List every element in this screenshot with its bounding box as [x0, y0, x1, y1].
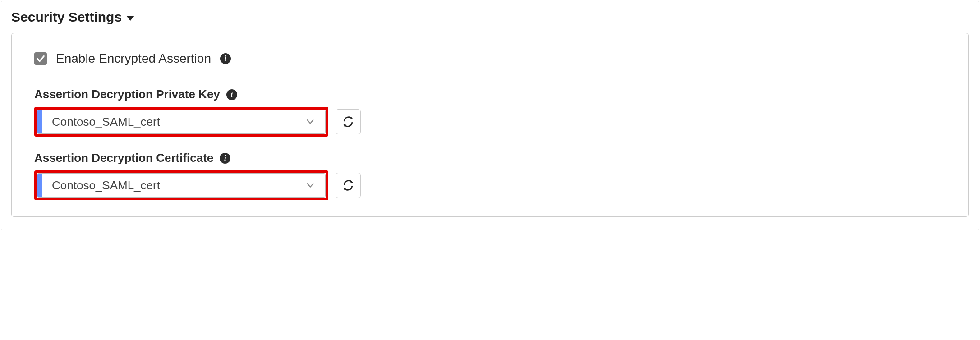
private-key-field: Assertion Decryption Private Key i Conto…	[34, 87, 946, 137]
select-accent	[37, 110, 42, 133]
check-icon	[36, 54, 46, 64]
certificate-refresh-button[interactable]	[336, 173, 361, 198]
info-icon[interactable]: i	[220, 153, 230, 164]
security-settings-panel: Enable Encrypted Assertion i Assertion D…	[11, 33, 969, 217]
chevron-down-icon	[305, 117, 325, 127]
chevron-down-icon	[305, 180, 325, 190]
private-key-value: Contoso_SAML_cert	[42, 115, 305, 129]
caret-down-icon	[126, 16, 134, 21]
section-title: Security Settings	[11, 9, 122, 25]
info-icon[interactable]: i	[220, 53, 231, 64]
security-settings-section: Security Settings Enable Encrypted Asser…	[1, 1, 979, 230]
certificate-field: Assertion Decryption Certificate i Conto…	[34, 151, 946, 200]
private-key-refresh-button[interactable]	[336, 109, 361, 134]
certificate-select-highlight: Contoso_SAML_cert	[34, 170, 328, 200]
private-key-label: Assertion Decryption Private Key	[34, 87, 220, 101]
enable-encrypted-assertion-row: Enable Encrypted Assertion i	[34, 51, 946, 66]
enable-encrypted-assertion-checkbox[interactable]	[34, 52, 47, 65]
private-key-select[interactable]: Contoso_SAML_cert	[37, 110, 326, 134]
info-icon[interactable]: i	[226, 89, 237, 100]
private-key-select-highlight: Contoso_SAML_cert	[34, 107, 328, 137]
select-accent	[37, 174, 42, 197]
enable-encrypted-assertion-label: Enable Encrypted Assertion	[56, 51, 211, 66]
certificate-label: Assertion Decryption Certificate	[34, 151, 213, 165]
refresh-icon	[342, 116, 354, 128]
refresh-icon	[342, 179, 354, 191]
certificate-select[interactable]: Contoso_SAML_cert	[37, 173, 326, 198]
section-header[interactable]: Security Settings	[11, 9, 969, 25]
certificate-value: Contoso_SAML_cert	[42, 179, 305, 193]
